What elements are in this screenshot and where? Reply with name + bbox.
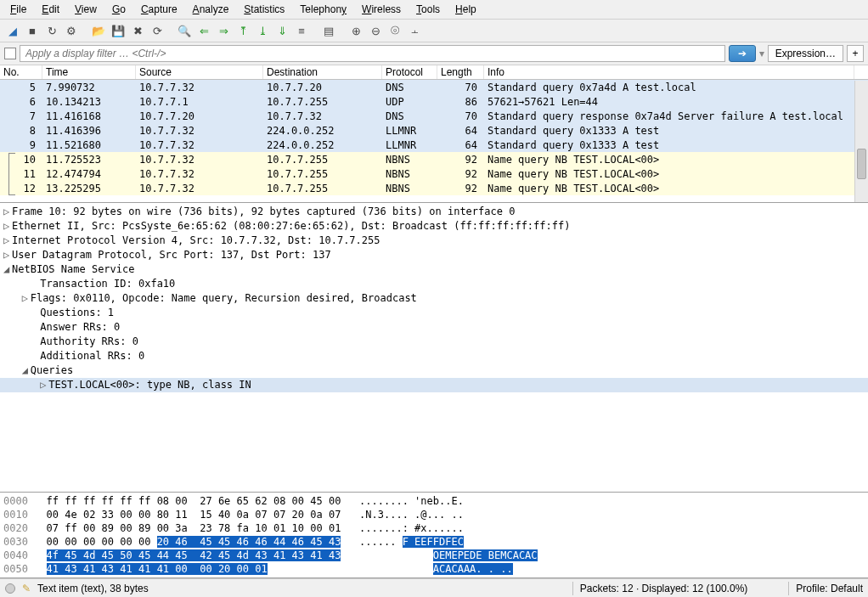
col-source[interactable]: Source: [136, 65, 263, 79]
save-file-icon[interactable]: 💾: [110, 22, 127, 39]
start-capture-icon[interactable]: ◢: [4, 22, 21, 39]
menu-view[interactable]: View: [68, 2, 104, 17]
menu-go[interactable]: Go: [105, 2, 132, 17]
menu-bar: File Edit View Go Capture Analyze Statis…: [0, 0, 868, 20]
col-no[interactable]: No.: [0, 65, 42, 79]
auto-scroll-icon[interactable]: ≡: [293, 22, 310, 39]
resize-columns-icon[interactable]: ⫠: [406, 22, 423, 39]
colorize-icon[interactable]: ▤: [320, 22, 337, 39]
status-profile[interactable]: Profile: Default: [796, 583, 863, 594]
go-first-icon[interactable]: ⤓: [254, 22, 271, 39]
tree-flags[interactable]: ▷Flags: 0x0110, Opcode: Name query, Recu…: [0, 291, 868, 306]
menu-wireless[interactable]: Wireless: [355, 2, 408, 17]
hex-row[interactable]: 0040 4f 45 4d 45 50 45 44 45 42 45 4d 43…: [3, 549, 865, 562]
reload-file-icon[interactable]: ⟳: [149, 22, 166, 39]
packet-list-pane: No. Time Source Destination Protocol Len…: [0, 65, 868, 203]
go-forward-icon[interactable]: ⇒: [215, 22, 232, 39]
tree-answer[interactable]: Answer RRs: 0: [0, 320, 868, 335]
edit-capture-comment-icon[interactable]: ✎: [22, 583, 31, 594]
hex-row[interactable]: 0050 41 43 41 43 41 41 41 00 00 20 00 01…: [3, 562, 865, 576]
tree-txid[interactable]: Transaction ID: 0xfa10: [0, 277, 868, 291]
col-info[interactable]: Info: [484, 65, 854, 79]
menu-capture[interactable]: Capture: [134, 2, 184, 17]
col-length[interactable]: Length: [437, 65, 484, 79]
packet-list-body[interactable]: 57.99073210.7.7.3210.7.7.20DNS70Standard…: [0, 80, 868, 195]
scrollbar-thumb[interactable]: [857, 149, 866, 179]
packet-scrollbar[interactable]: [854, 81, 868, 202]
go-to-packet-icon[interactable]: ⤒: [234, 22, 251, 39]
capture-options-icon[interactable]: ⚙: [63, 22, 80, 39]
menu-help[interactable]: Help: [448, 2, 483, 17]
menu-telephony[interactable]: Telephony: [293, 2, 353, 17]
main-toolbar: ◢ ■ ↻ ⚙ 📂 💾 ✖ ⟳ 🔍 ⇐ ⇒ ⤒ ⤓ ⇓ ≡ ▤ ⊕ ⊖ ⦾ ⫠: [0, 20, 868, 42]
status-bar: ✎ Text item (text), 38 bytes Packets: 12…: [0, 578, 868, 597]
display-filter-bar: ➔ ▾ Expression… +: [0, 42, 868, 65]
menu-statistics[interactable]: Statistics: [237, 2, 291, 17]
stop-capture-icon[interactable]: ■: [24, 22, 41, 39]
filter-bookmark-icon[interactable]: [4, 48, 16, 59]
col-protocol[interactable]: Protocol: [382, 65, 437, 79]
tree-frame[interactable]: ▷Frame 10: 92 bytes on wire (736 bits), …: [0, 205, 868, 219]
open-file-icon[interactable]: 📂: [90, 22, 107, 39]
tree-queries[interactable]: ◢Queries: [0, 363, 868, 378]
menu-analyze[interactable]: Analyze: [186, 2, 236, 17]
packet-row[interactable]: 1112.47479410.7.7.3210.7.7.255NBNS92Name…: [0, 166, 868, 181]
related-packets-indicator-top: [8, 153, 15, 154]
hex-row[interactable]: 0020 07 ff 00 89 00 89 00 3a 23 78 fa 10…: [3, 521, 865, 535]
tree-authority[interactable]: Authority RRs: 0: [0, 335, 868, 349]
expert-info-icon[interactable]: [5, 583, 15, 594]
tree-udp[interactable]: ▷User Datagram Protocol, Src Port: 137, …: [0, 248, 868, 262]
packet-details-pane[interactable]: ▷Frame 10: 92 bytes on wire (736 bits), …: [0, 203, 868, 493]
packet-row[interactable]: 911.52168010.7.7.32224.0.0.252LLMNR64Sta…: [0, 138, 868, 152]
packet-bytes-pane[interactable]: 0000 ff ff ff ff ff ff 08 00 27 6e 65 62…: [0, 493, 868, 578]
restart-capture-icon[interactable]: ↻: [43, 22, 60, 39]
packet-row[interactable]: 1213.22529510.7.7.3210.7.7.255NBNS92Name…: [0, 181, 868, 195]
packet-row[interactable]: 57.99073210.7.7.3210.7.7.20DNS70Standard…: [0, 80, 868, 94]
packet-row[interactable]: 610.13421310.7.7.110.7.7.255UDP8657621→5…: [0, 94, 868, 109]
menu-tools[interactable]: Tools: [409, 2, 447, 17]
packet-row[interactable]: 1011.72552310.7.7.3210.7.7.255NBNS92Name…: [0, 152, 868, 166]
col-dest[interactable]: Destination: [263, 65, 382, 79]
tree-query-entry[interactable]: ▷TEST.LOCAL<00>: type NB, class IN: [0, 378, 868, 392]
close-file-icon[interactable]: ✖: [129, 22, 146, 39]
menu-edit[interactable]: Edit: [35, 2, 66, 17]
go-back-icon[interactable]: ⇐: [195, 22, 212, 39]
expression-button[interactable]: Expression…: [768, 45, 843, 62]
packet-row[interactable]: 811.41639610.7.7.32224.0.0.252LLMNR64Sta…: [0, 123, 868, 138]
related-packets-indicator: [8, 153, 15, 195]
hex-row[interactable]: 0000 ff ff ff ff ff ff 08 00 27 6e 65 62…: [3, 494, 865, 508]
display-filter-input[interactable]: [20, 45, 725, 62]
col-time[interactable]: Time: [42, 65, 136, 79]
tree-ip[interactable]: ▷Internet Protocol Version 4, Src: 10.7.…: [0, 234, 868, 248]
hex-row[interactable]: 0030 00 00 00 00 00 00 20 46 45 45 46 46…: [3, 535, 865, 549]
add-filter-button[interactable]: +: [847, 45, 864, 62]
zoom-reset-icon[interactable]: ⦾: [386, 22, 403, 39]
packet-row[interactable]: 711.41616810.7.7.2010.7.7.32DNS70Standar…: [0, 109, 868, 123]
tree-ethernet[interactable]: ▷Ethernet II, Src: PcsSyste_6e:65:62 (08…: [0, 219, 868, 234]
tree-additional[interactable]: Additional RRs: 0: [0, 349, 868, 363]
filter-apply-button[interactable]: ➔: [729, 45, 756, 62]
hex-row[interactable]: 0010 00 4e 02 33 00 00 80 11 15 40 0a 07…: [3, 508, 865, 521]
find-packet-icon[interactable]: 🔍: [176, 22, 193, 39]
packet-list-header: No. Time Source Destination Protocol Len…: [0, 65, 868, 80]
zoom-in-icon[interactable]: ⊕: [347, 22, 364, 39]
zoom-out-icon[interactable]: ⊖: [367, 22, 384, 39]
menu-file[interactable]: File: [3, 2, 33, 17]
tree-questions[interactable]: Questions: 1: [0, 306, 868, 320]
status-packet-count: Packets: 12 · Displayed: 12 (100.0%): [580, 583, 747, 594]
status-left-text: Text item (text), 38 bytes: [37, 583, 149, 594]
go-last-icon[interactable]: ⇓: [273, 22, 290, 39]
tree-nbns[interactable]: ◢NetBIOS Name Service: [0, 262, 868, 277]
